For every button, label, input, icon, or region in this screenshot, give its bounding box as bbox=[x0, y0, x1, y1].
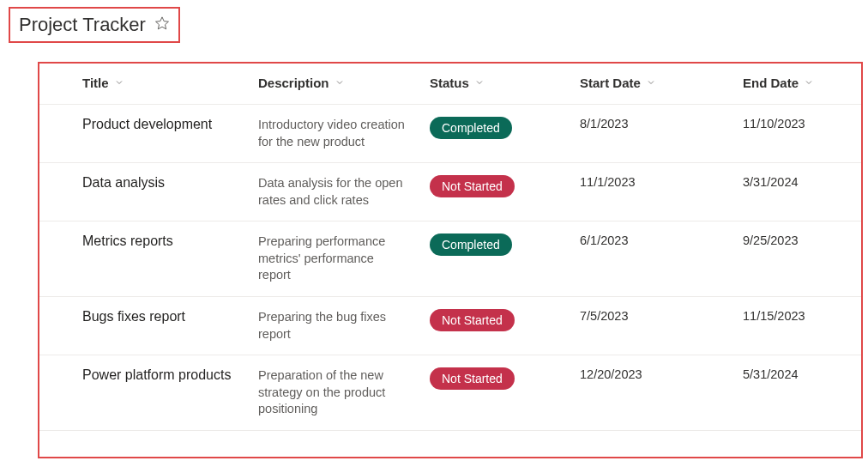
favorite-star-icon[interactable] bbox=[154, 15, 170, 34]
table-row[interactable]: Metrics reportsPreparing performance met… bbox=[39, 221, 861, 297]
cell-title: Data analysis bbox=[39, 163, 250, 221]
chevron-down-icon bbox=[114, 76, 124, 90]
col-label: End Date bbox=[743, 76, 799, 90]
cell-status: Completed bbox=[421, 105, 571, 163]
cell-status: Completed bbox=[421, 221, 571, 297]
cell-status: Not Started bbox=[421, 355, 571, 431]
col-header-description[interactable]: Description bbox=[250, 64, 421, 105]
col-label: Title bbox=[82, 76, 109, 90]
chevron-down-icon bbox=[804, 76, 814, 90]
status-badge: Completed bbox=[430, 234, 512, 256]
cell-description: Data analysis for the open rates and cli… bbox=[250, 163, 421, 221]
cell-title: Bugs fixes report bbox=[39, 296, 250, 355]
chevron-down-icon bbox=[335, 76, 345, 90]
cell-start-date: 8/1/2023 bbox=[571, 105, 734, 163]
table-row[interactable]: Power platform productsPreparation of th… bbox=[39, 355, 861, 431]
table-row[interactable]: Bugs fixes reportPreparing the bug fixes… bbox=[39, 296, 861, 355]
cell-status: Not Started bbox=[421, 163, 571, 221]
cell-title: Metrics reports bbox=[39, 221, 250, 297]
table-row[interactable]: Data analysisData analysis for the open … bbox=[39, 163, 861, 221]
col-label: Start Date bbox=[580, 76, 641, 90]
page-title: Project Tracker bbox=[19, 14, 146, 36]
col-header-status[interactable]: Status bbox=[421, 64, 571, 105]
cell-end-date: 3/31/2024 bbox=[734, 163, 861, 221]
cell-title: Product development bbox=[39, 105, 250, 163]
cell-start-date: 12/20/2023 bbox=[571, 355, 734, 431]
cell-description: Preparing the bug fixes report bbox=[250, 296, 421, 355]
cell-description: Introductory video creation for the new … bbox=[250, 105, 421, 163]
cell-start-date: 11/1/2023 bbox=[571, 163, 734, 221]
status-badge: Not Started bbox=[430, 309, 515, 331]
cell-end-date: 11/15/2023 bbox=[734, 296, 861, 355]
col-header-end-date[interactable]: End Date bbox=[734, 64, 861, 105]
cell-start-date: 7/5/2023 bbox=[571, 296, 734, 355]
col-header-title[interactable]: Title bbox=[39, 64, 250, 105]
status-badge: Completed bbox=[430, 117, 512, 139]
col-header-start-date[interactable]: Start Date bbox=[571, 64, 734, 105]
cell-end-date: 5/31/2024 bbox=[734, 355, 861, 431]
cell-description: Preparing performance metrics' performan… bbox=[250, 221, 421, 297]
status-badge: Not Started bbox=[430, 175, 515, 197]
cell-end-date: 11/10/2023 bbox=[734, 105, 861, 163]
table-row[interactable]: Product developmentIntroductory video cr… bbox=[39, 105, 861, 163]
cell-end-date: 9/25/2023 bbox=[734, 221, 861, 297]
cell-status: Not Started bbox=[421, 296, 571, 355]
cell-description: Preparation of the new strategy on the p… bbox=[250, 355, 421, 431]
table-header-row: Title Description Status bbox=[39, 64, 861, 105]
status-badge: Not Started bbox=[430, 367, 515, 390]
col-label: Description bbox=[258, 76, 329, 90]
svg-marker-0 bbox=[156, 17, 169, 29]
chevron-down-icon bbox=[474, 76, 485, 90]
page-title-region: Project Tracker bbox=[9, 7, 180, 43]
col-label: Status bbox=[430, 76, 469, 90]
cell-title: Power platform products bbox=[39, 355, 250, 431]
cell-start-date: 6/1/2023 bbox=[571, 221, 734, 297]
project-table-region: Title Description Status bbox=[38, 62, 863, 458]
project-table: Title Description Status bbox=[39, 64, 861, 431]
chevron-down-icon bbox=[646, 76, 656, 90]
